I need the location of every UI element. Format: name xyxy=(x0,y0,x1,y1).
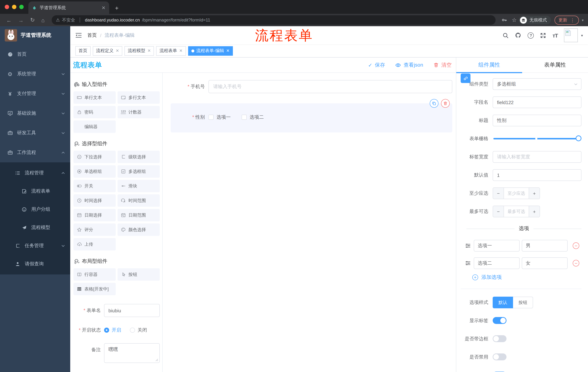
save-button[interactable]: ✓ 保存 xyxy=(368,62,385,68)
option2-value-input[interactable]: 女 xyxy=(522,257,568,269)
disabled-toggle[interactable] xyxy=(493,353,506,360)
resize-handle-icon[interactable] xyxy=(155,359,158,361)
tag-close-icon[interactable]: ✕ xyxy=(179,48,182,53)
stepper-decrease-button[interactable]: − xyxy=(493,206,504,217)
checkbox-option2[interactable] xyxy=(242,115,247,120)
collapse-sidebar-icon[interactable] xyxy=(75,32,82,38)
clear-button[interactable]: 清空 xyxy=(433,62,452,68)
min-select-input[interactable]: 至少应选 xyxy=(504,188,529,199)
password-key-icon[interactable] xyxy=(501,17,507,23)
search-icon[interactable] xyxy=(503,32,509,38)
form-remark-textarea[interactable]: 嘿嘿 xyxy=(104,343,160,363)
sidebar-item-task-mgmt[interactable]: 任务管理 xyxy=(0,237,70,255)
remove-option-button[interactable]: − xyxy=(573,260,579,266)
max-select-input[interactable]: 最多可选 xyxy=(504,206,529,217)
view-json-button[interactable]: 查看json xyxy=(395,62,423,68)
breadcrumb-home[interactable]: 首页 xyxy=(87,32,97,39)
stepper-decrease-button[interactable]: − xyxy=(493,188,504,199)
tab-close-icon[interactable]: ✕ xyxy=(102,5,105,10)
avatar[interactable] xyxy=(564,28,578,42)
bookmark-star-icon[interactable]: ☆ xyxy=(512,17,517,23)
sidebar-item-user-group[interactable]: 用户分组 xyxy=(0,200,70,218)
with-border-toggle[interactable] xyxy=(493,335,506,342)
palette-item-time-picker[interactable]: 时间选择 xyxy=(74,194,116,207)
checkbox-option1[interactable] xyxy=(209,115,214,120)
sidebar-item-home[interactable]: 首页 xyxy=(0,44,70,64)
tag-process-form[interactable]: 流程表单✕ xyxy=(156,46,186,55)
palette-item-multi-line-text[interactable]: 多行文本 xyxy=(117,91,160,104)
palette-item-radio-group[interactable]: 单选框组 xyxy=(74,165,116,178)
palette-item-date-range[interactable]: 日期范围 xyxy=(117,209,160,221)
link-icon[interactable] xyxy=(461,74,471,83)
form-grid-slider[interactable] xyxy=(493,133,581,145)
sidebar-item-workflow[interactable]: 工作流程 xyxy=(0,143,70,162)
palette-item-single-line-text[interactable]: 单行文本 xyxy=(74,91,116,104)
new-tab-button[interactable]: + xyxy=(115,5,119,11)
palette-item-time-range[interactable]: 时间范围 xyxy=(117,194,160,207)
palette-item-date-picker[interactable]: 日期选择 xyxy=(74,209,116,221)
status-radio-on[interactable]: 开启 xyxy=(104,327,121,333)
style-default-button[interactable]: 默认 xyxy=(493,297,513,308)
show-label-toggle[interactable] xyxy=(493,317,506,324)
canvas-field-gender-selected[interactable]: 性别 选项一 选项二 xyxy=(171,103,452,132)
option1-value-input[interactable]: 男 xyxy=(522,240,568,252)
help-icon[interactable]: ? xyxy=(528,32,534,38)
sidebar-item-infra[interactable]: 基础设施 xyxy=(0,103,70,123)
address-bar[interactable]: ⚠ 不安全 dashboard.yudao.iocoder.cn/bpm/man… xyxy=(52,15,495,25)
remove-option-button[interactable]: − xyxy=(573,242,579,249)
stepper-increase-button[interactable]: + xyxy=(529,188,540,199)
fullscreen-icon[interactable] xyxy=(540,32,546,38)
tag-close-icon[interactable]: ✕ xyxy=(116,48,119,53)
copy-component-button[interactable] xyxy=(430,99,439,108)
browser-tab[interactable]: 芋道管理系统 ✕ xyxy=(28,1,109,14)
default-value-input[interactable]: 1 xyxy=(493,169,581,181)
delete-component-button[interactable] xyxy=(441,99,450,108)
browser-menu-dots-icon[interactable]: ⋮ xyxy=(570,17,575,23)
sidebar-item-process-form[interactable]: 流程表单 xyxy=(0,182,70,200)
back-icon[interactable]: ← xyxy=(6,17,12,23)
add-option-button[interactable]: + 添加选项 xyxy=(472,274,581,281)
option2-label-input[interactable]: 选项二 xyxy=(474,257,520,269)
palette-item-color-picker[interactable]: 颜色选择 xyxy=(117,223,160,236)
palette-item-cascader[interactable]: 级联选择 xyxy=(117,151,160,163)
sidebar-item-devtools[interactable]: 研发工具 xyxy=(0,123,70,143)
component-type-select[interactable]: 多选框组 xyxy=(493,78,581,90)
palette-item-slider[interactable]: 滑块 xyxy=(117,180,160,192)
palette-item-select[interactable]: 下拉选择 xyxy=(74,151,116,163)
drag-handle-icon[interactable] xyxy=(465,243,471,249)
stepper-increase-button[interactable]: + xyxy=(529,206,540,217)
palette-item-table-dev[interactable]: 表格[开发中] xyxy=(74,283,116,295)
palette-item-row-container[interactable]: 行容器 xyxy=(74,268,116,281)
sidebar-item-process-mgmt[interactable]: 流程管理 xyxy=(0,164,70,182)
update-browser-button[interactable]: 更新 ⋮ xyxy=(555,15,579,25)
tag-close-icon[interactable]: ✕ xyxy=(147,48,151,53)
form-name-input[interactable]: biubiu xyxy=(104,304,160,317)
tag-close-icon[interactable]: ✕ xyxy=(226,48,230,53)
palette-item-rate[interactable]: 评分 xyxy=(74,223,116,236)
slider-handle[interactable] xyxy=(576,135,581,141)
sidebar-logo[interactable]: 芋道管理系统 xyxy=(0,26,70,44)
style-button-button[interactable]: 按钮 xyxy=(513,297,533,308)
font-size-icon[interactable]: ᴛT xyxy=(553,32,558,38)
sidebar-item-process-model[interactable]: 流程模型 xyxy=(0,218,70,237)
canvas-field-phone[interactable]: 手机号 请输入手机号 xyxy=(171,80,452,93)
phone-input[interactable]: 请输入手机号 xyxy=(209,80,452,93)
tab-form-props[interactable]: 表单属性 xyxy=(522,57,588,73)
label-width-input[interactable]: 请输入标签宽度 xyxy=(493,151,581,163)
palette-item-password[interactable]: 密码 xyxy=(74,106,116,118)
palette-item-counter[interactable]: 123计数器 xyxy=(117,106,160,118)
minimize-window-button[interactable] xyxy=(12,5,16,9)
forward-icon[interactable]: → xyxy=(18,17,24,23)
title-input[interactable]: 性别 xyxy=(493,115,581,126)
palette-item-checkbox-group[interactable]: 多选框组 xyxy=(117,165,160,178)
sidebar-item-payment[interactable]: ¥ 支付管理 xyxy=(0,84,70,103)
option1-label-input[interactable]: 选项一 xyxy=(474,240,520,252)
home-icon[interactable]: ⌂ xyxy=(41,17,45,23)
sidebar-item-leave-query[interactable]: 请假查询 xyxy=(0,255,70,273)
close-window-button[interactable] xyxy=(5,5,9,9)
drag-handle-icon[interactable] xyxy=(465,260,471,266)
reload-icon[interactable]: ↻ xyxy=(30,17,35,23)
palette-item-switch[interactable]: 开关 xyxy=(74,180,116,192)
browser-caret-icon[interactable]: ▾ xyxy=(582,18,584,22)
sidebar-item-system[interactable]: ⚙ 系统管理 xyxy=(0,64,70,84)
